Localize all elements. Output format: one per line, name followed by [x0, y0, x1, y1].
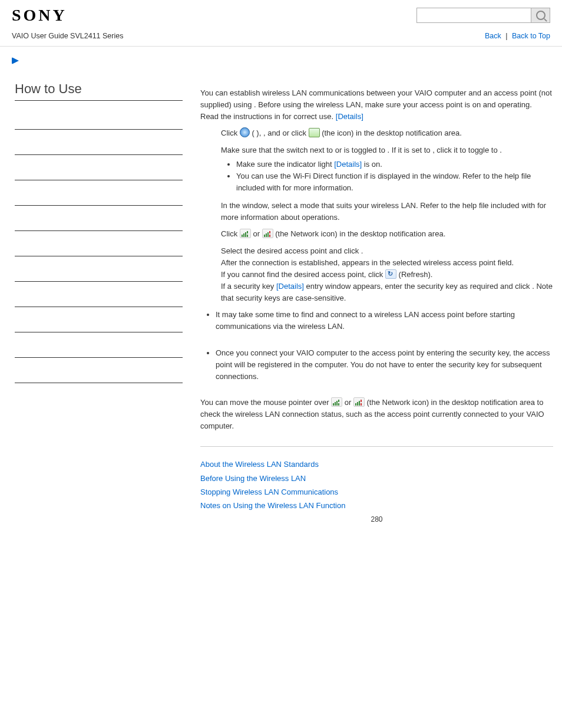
nav-slot[interactable]	[15, 180, 183, 206]
text: . Before using the wireless LAN, make su…	[254, 100, 532, 109]
nav-slot[interactable]	[15, 332, 183, 358]
text: entry window appears, enter the security…	[306, 282, 533, 291]
text: icon) in the desktop notification area.	[337, 129, 462, 137]
nav-slot[interactable]	[15, 130, 183, 155]
notes-block-2: Once you connect your VAIO computer to t…	[200, 347, 553, 383]
note-item: You can use the Wi-Fi Direct function if…	[236, 170, 553, 194]
text: Make sure the	[236, 160, 287, 169]
steps-list: Click ( ), , and or click (the icon) in …	[200, 127, 553, 304]
text: indicator light	[287, 160, 334, 169]
nav-slot[interactable]	[15, 282, 183, 307]
text: .	[500, 146, 502, 154]
text: (the Network icon) in the desktop notifi…	[275, 229, 445, 238]
search-button[interactable]	[531, 8, 550, 23]
text: If a security key	[221, 282, 276, 291]
nav-slot[interactable]	[15, 155, 183, 180]
text: Make sure that the switch next to	[221, 146, 335, 154]
text: In the	[221, 201, 242, 210]
network-warn-icon	[262, 229, 273, 238]
related-link[interactable]: Notes on Using the Wireless LAN Function	[200, 500, 553, 512]
text: Click	[221, 129, 240, 137]
text: You can move the mouse pointer over	[200, 398, 331, 407]
text: is displayed in the	[370, 172, 433, 180]
search-input[interactable]	[416, 8, 531, 23]
nav-links: Back | Back to Top	[485, 32, 550, 40]
breadcrumb-row	[0, 46, 562, 70]
sub-bar: VAIO User Guide SVL2411 Series Back | Ba…	[0, 28, 562, 44]
text: You can use the Wi-Fi Direct function if	[236, 172, 370, 180]
text: (the	[322, 129, 337, 137]
nav-slot[interactable]	[15, 307, 183, 332]
details-link[interactable]: [Details]	[334, 160, 362, 169]
text: or click	[282, 129, 308, 137]
step-2: Make sure that the switch next to or is …	[221, 144, 553, 195]
left-column: How to Use	[6, 70, 189, 531]
text: appears in the selected wireless access …	[342, 258, 514, 267]
search-box	[416, 8, 550, 23]
arrow-icon	[12, 57, 19, 64]
step-1: Click ( ), , and or click (the icon) in …	[221, 127, 553, 139]
network-icon	[240, 229, 251, 238]
search-icon	[536, 11, 546, 20]
text: After the connection is established,	[221, 258, 342, 267]
details-link[interactable]: [Details]	[276, 282, 304, 291]
note-item: Once you connect your VAIO computer to t…	[216, 347, 553, 383]
related-link[interactable]: Stopping Wireless LAN Communications	[200, 486, 553, 498]
status-paragraph: You can move the mouse pointer over or (…	[200, 397, 553, 432]
text: or	[345, 398, 353, 407]
text: is toggled to	[344, 146, 388, 154]
text: window, select a mode that suits your wi…	[242, 201, 537, 210]
details-link[interactable]: [Details]	[336, 112, 363, 121]
nav-slot[interactable]	[15, 358, 183, 383]
step-5: Select the desired access point and clic…	[221, 245, 553, 305]
text: Select the desired access point and clic…	[221, 246, 361, 255]
separator	[200, 446, 553, 447]
sony-logo: SONY	[12, 6, 67, 25]
text: (Refresh).	[399, 270, 433, 279]
back-to-top-link[interactable]: Back to Top	[512, 32, 550, 40]
text: or	[253, 229, 262, 238]
step-2-notes: Make sure the indicator light [Details] …	[221, 159, 553, 194]
text: for correct use.	[282, 112, 335, 121]
start-icon	[240, 127, 250, 137]
note-item: It may take some time to find and connec…	[216, 309, 553, 332]
note-item: Make sure the indicator light [Details] …	[236, 159, 553, 170]
text: If you cannot find the desired access po…	[221, 270, 385, 279]
guide-title: VAIO User Guide SVL2411 Series	[12, 32, 123, 40]
text: .	[361, 246, 363, 255]
related-topics: About the Wireless LAN Standards Before …	[200, 459, 553, 512]
how-to-use-heading: How to Use	[15, 81, 183, 101]
step-4: Click or (the Network icon) in the deskt…	[221, 228, 553, 240]
network-warn-icon	[353, 397, 365, 407]
related-link[interactable]: Before Using the Wireless LAN	[200, 473, 553, 485]
text: . If it is set to	[388, 146, 433, 154]
text: ),	[256, 129, 263, 137]
top-bar: SONY	[0, 0, 562, 28]
text: , and	[263, 129, 283, 137]
text: , click it to toggle to	[432, 146, 500, 154]
text: is on.	[364, 160, 382, 169]
content-column: You can establish wireless LAN communica…	[189, 70, 556, 531]
refresh-icon	[385, 269, 396, 279]
intro-paragraph: You can establish wireless LAN communica…	[200, 87, 553, 123]
link-divider: |	[505, 32, 507, 40]
main-area: How to Use You can establish wireless LA…	[0, 70, 562, 531]
text: Read the instructions in	[200, 112, 282, 121]
text: Click	[221, 229, 240, 238]
back-link[interactable]: Back	[485, 32, 501, 40]
nav-slot[interactable]	[15, 231, 183, 256]
page-number: 280	[200, 514, 553, 525]
nav-slot[interactable]	[15, 104, 183, 130]
related-link[interactable]: About the Wireless LAN Standards	[200, 459, 553, 470]
text: or	[335, 146, 344, 154]
vaio-control-icon	[309, 128, 320, 137]
step-3: In the window, select a mode that suits …	[221, 200, 553, 223]
nav-slot[interactable]	[15, 256, 183, 282]
nav-slot[interactable]	[15, 206, 183, 231]
notes-block-1: It may take some time to find and connec…	[200, 309, 553, 332]
network-icon	[331, 397, 342, 407]
text: for more information.	[283, 183, 353, 192]
